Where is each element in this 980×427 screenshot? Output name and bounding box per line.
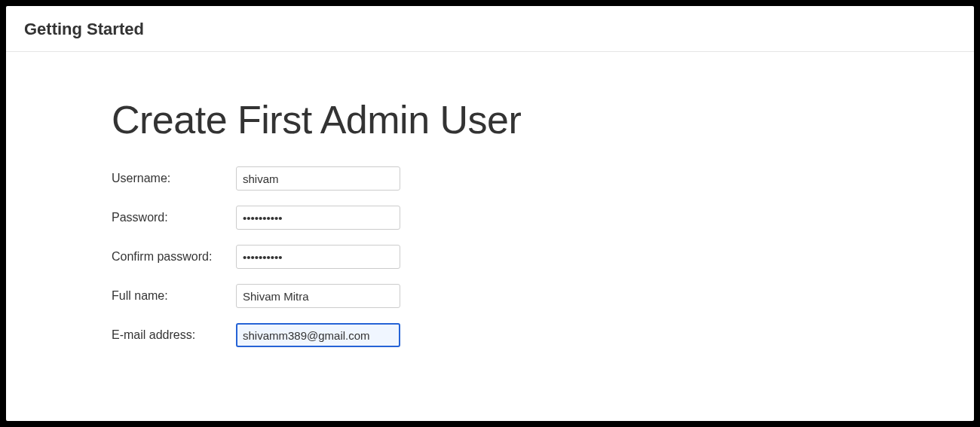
email-row: E-mail address: <box>112 323 974 347</box>
admin-user-form: Username: Password: Confirm password: Fu… <box>112 166 974 347</box>
fullname-input[interactable] <box>236 284 400 308</box>
email-label: E-mail address: <box>112 328 236 342</box>
username-row: Username: <box>112 166 974 191</box>
confirm-password-label: Confirm password: <box>112 250 236 264</box>
setup-window: Getting Started Create First Admin User … <box>6 6 974 421</box>
username-input[interactable] <box>236 166 400 191</box>
email-input[interactable] <box>236 323 400 347</box>
password-label: Password: <box>112 211 236 224</box>
main-heading: Create First Admin User <box>112 97 974 142</box>
page-title: Getting Started <box>24 20 956 39</box>
password-row: Password: <box>112 206 974 230</box>
confirm-password-input[interactable] <box>236 245 400 269</box>
fullname-label: Full name: <box>112 289 236 303</box>
username-label: Username: <box>112 172 236 185</box>
fullname-row: Full name: <box>112 284 974 308</box>
confirm-password-row: Confirm password: <box>112 245 974 269</box>
content-area: Create First Admin User Username: Passwo… <box>6 52 974 347</box>
header: Getting Started <box>6 6 974 52</box>
password-input[interactable] <box>236 206 400 230</box>
